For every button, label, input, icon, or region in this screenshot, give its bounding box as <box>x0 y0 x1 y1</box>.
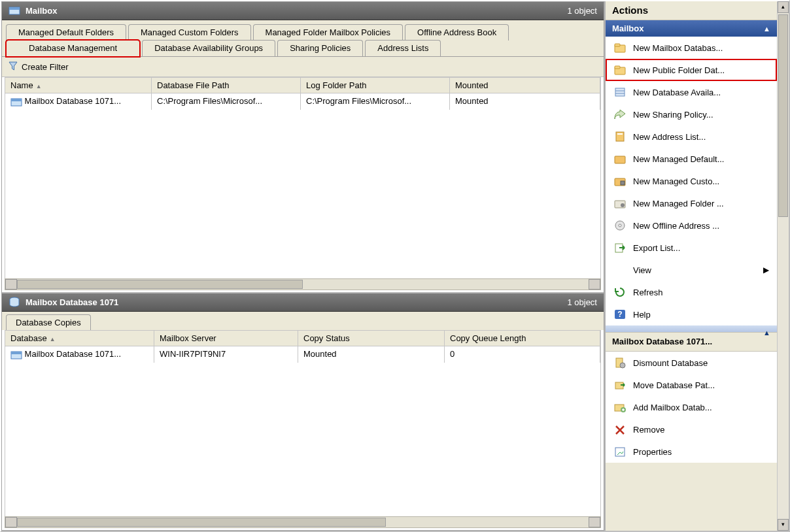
book-icon <box>613 131 627 142</box>
svg-rect-11 <box>615 88 625 96</box>
scroll-thumb[interactable] <box>778 14 788 217</box>
column-database[interactable]: Database▲ <box>5 331 154 346</box>
panel-title-text: Mailbox <box>26 6 57 16</box>
svg-point-18 <box>621 203 625 207</box>
action-label: Move Database Pat... <box>633 380 715 390</box>
lower-panel-title: Mailbox Database 1071 1 object <box>2 293 604 312</box>
upper-hscrollbar[interactable] <box>5 278 601 290</box>
action-label: New Managed Custo... <box>633 176 719 186</box>
tab-managed-default-folders[interactable]: Managed Default Folders <box>6 24 126 41</box>
action-add-mailbox-datab[interactable]: Add Mailbox Datab... <box>606 396 777 418</box>
column-db-path[interactable]: Database File Path <box>152 78 301 93</box>
help-icon: ? <box>613 308 627 320</box>
tab-managed-custom-folders[interactable]: Managed Custom Folders <box>128 24 251 41</box>
tab-managed-folder-mailbox-policies[interactable]: Managed Folder Mailbox Policies <box>253 24 403 41</box>
tab-database-availability-groups[interactable]: Database Availability Groups <box>142 40 275 56</box>
actions-section-mailbox[interactable]: Mailbox ▲ <box>606 20 777 37</box>
section-title: Mailbox <box>612 24 644 33</box>
scroll-thumb[interactable] <box>17 518 386 527</box>
action-label: New Public Folder Dat... <box>633 65 725 75</box>
action-new-managed-default[interactable]: New Managed Default... <box>606 148 777 170</box>
actions-section-separator[interactable]: ▲ <box>606 325 777 332</box>
scroll-thumb[interactable] <box>17 280 303 289</box>
action-label: New Managed Folder ... <box>633 199 724 208</box>
column-copy-status[interactable]: Copy Status <box>298 331 445 346</box>
scroll-right-button[interactable] <box>589 517 600 527</box>
database-icon <box>10 350 22 360</box>
action-label: New Offline Address ... <box>633 221 719 231</box>
actions-section-db-title: Mailbox Database 1071... <box>606 332 777 352</box>
move-icon <box>613 379 627 391</box>
upper-grid-header: Name▲ Database File Path Log Folder Path… <box>5 77 601 93</box>
scroll-down-button[interactable]: ▾ <box>778 519 789 531</box>
filter-label: Create Filter <box>22 62 69 72</box>
folder-icon <box>613 64 627 76</box>
action-label: New Mailbox Databas... <box>633 43 723 53</box>
tab-sharing-policies[interactable]: Sharing Policies <box>277 40 363 56</box>
column-mounted[interactable]: Mounted <box>450 78 600 93</box>
action-label: Refresh <box>633 288 663 297</box>
db-folder-icon <box>613 42 627 54</box>
tab-database-copies[interactable]: Database Copies <box>6 314 91 330</box>
lower-grid-header: Database▲ Mailbox Server Copy Status Cop… <box>5 330 601 346</box>
action-new-mailbox-databas[interactable]: New Mailbox Databas... <box>606 37 777 59</box>
svg-rect-3 <box>11 99 22 101</box>
action-label: New Database Availa... <box>633 88 721 97</box>
scroll-right-button[interactable] <box>589 279 600 290</box>
tab-offline-address-book[interactable]: Offline Address Book <box>405 24 509 41</box>
column-mailbox-server[interactable]: Mailbox Server <box>154 331 298 346</box>
column-log-path[interactable]: Log Folder Path <box>301 78 450 93</box>
action-dismount-database[interactable]: Dismount Database <box>606 352 777 374</box>
action-label: View <box>633 265 651 275</box>
actions-title: Actions <box>606 1 777 20</box>
svg-rect-1 <box>9 7 20 10</box>
action-label: Add Mailbox Datab... <box>633 403 712 412</box>
mailbox-icon <box>9 5 20 16</box>
database-icon <box>9 297 20 307</box>
tab-database-management[interactable]: Database Management <box>6 40 140 57</box>
tab-address-lists[interactable]: Address Lists <box>365 40 441 56</box>
action-view[interactable]: View▶ <box>606 259 777 281</box>
actions-vscrollbar[interactable]: ▴ ▾ <box>777 1 789 531</box>
action-refresh[interactable]: Refresh <box>606 281 777 303</box>
table-row[interactable]: Mailbox Database 1071...WIN-IIR7PIT9NI7M… <box>5 346 600 363</box>
action-label: Help <box>633 310 651 320</box>
action-new-managed-folder[interactable]: New Managed Folder ... <box>606 192 777 214</box>
action-label: Remove <box>633 425 664 435</box>
action-label: New Managed Default... <box>633 154 724 164</box>
folder-gear-icon <box>613 197 627 209</box>
action-new-public-folder-dat[interactable]: New Public Folder Dat... <box>606 59 777 81</box>
action-export-list[interactable]: Export List... <box>606 237 777 259</box>
column-copy-queue[interactable]: Copy Queue Length <box>445 331 600 346</box>
action-new-database-availa[interactable]: New Database Availa... <box>606 81 777 103</box>
action-help[interactable]: ?Help <box>606 303 777 325</box>
object-count: 1 object <box>567 6 597 16</box>
action-new-sharing-policy[interactable]: New Sharing Policy... <box>606 103 777 125</box>
sort-asc-icon: ▲ <box>36 83 42 90</box>
action-new-offline-address[interactable]: New Offline Address ... <box>606 214 777 237</box>
lower-title-text: Mailbox Database 1071 <box>26 297 118 307</box>
table-row[interactable]: Mailbox Database 1071...C:\Program Files… <box>5 93 600 110</box>
action-label: Properties <box>633 447 672 457</box>
svg-point-20 <box>619 224 621 227</box>
blank-icon <box>613 264 627 276</box>
action-label: Export List... <box>633 243 680 253</box>
lower-hscrollbar[interactable] <box>5 516 601 528</box>
action-new-address-list[interactable]: New Address List... <box>606 125 777 148</box>
action-label: Dismount Database <box>633 358 708 368</box>
svg-point-25 <box>620 363 625 368</box>
add-db-icon <box>613 401 627 413</box>
action-label: New Address List... <box>633 132 706 142</box>
action-new-managed-custo[interactable]: New Managed Custo... <box>606 170 777 192</box>
folder-lock-icon <box>613 175 627 187</box>
action-remove[interactable]: Remove <box>606 418 777 441</box>
create-filter[interactable]: Create Filter <box>2 57 604 77</box>
action-properties[interactable]: Properties <box>606 441 777 463</box>
share-icon <box>613 108 627 120</box>
scroll-left-button[interactable] <box>5 279 17 290</box>
scroll-left-button[interactable] <box>5 517 17 527</box>
column-name[interactable]: Name▲ <box>5 78 152 93</box>
scroll-up-button[interactable]: ▴ <box>778 1 789 13</box>
action-move-database-pat[interactable]: Move Database Pat... <box>606 374 777 396</box>
filter-icon <box>9 61 18 72</box>
